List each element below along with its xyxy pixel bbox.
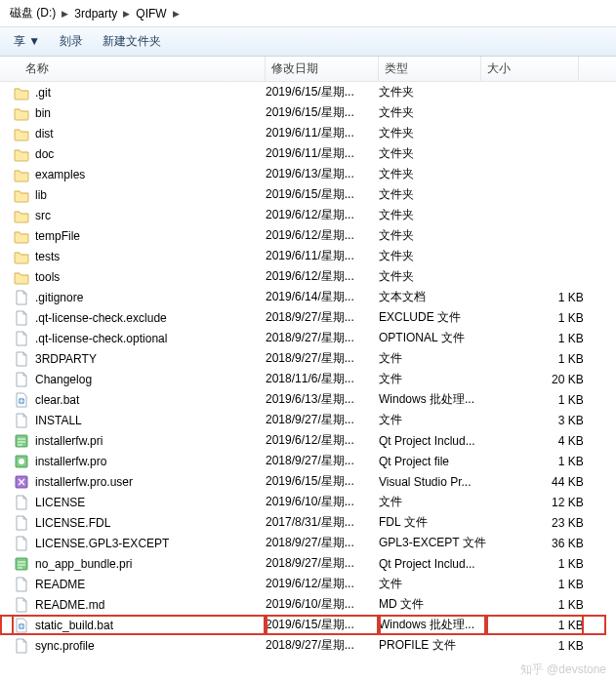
file-date: 2019/6/11/星期... [266, 246, 379, 266]
table-row[interactable]: Changelog2018/11/6/星期...文件20 KB [0, 369, 616, 389]
table-row[interactable]: examples2019/6/13/星期...文件夹 [0, 164, 616, 184]
file-date: 2019/6/10/星期... [266, 492, 379, 512]
new-folder-button[interactable]: 新建文件夹 [93, 29, 171, 54]
pro-icon [14, 454, 29, 469]
file-type: 文件 [379, 410, 486, 430]
table-row[interactable]: .git2019/6/15/星期...文件夹 [0, 82, 616, 102]
file-date: 2017/8/31/星期... [266, 512, 379, 533]
file-name: README [35, 578, 85, 591]
bat-icon [14, 392, 29, 408]
file-date: 2019/6/12/星期... [266, 430, 379, 451]
table-row[interactable]: installerfw.pri2019/6/12/星期...Qt Project… [0, 430, 616, 451]
folder-icon [14, 228, 29, 244]
file-type: 文件夹 [379, 225, 486, 246]
file-size [486, 205, 584, 225]
table-row[interactable]: .gitignore2019/6/14/星期...文本文档1 KB [0, 287, 616, 307]
file-size: 1 KB [486, 348, 584, 369]
table-row[interactable]: dist2019/6/11/星期...文件夹 [0, 123, 616, 143]
burn-button[interactable]: 刻录 [50, 29, 93, 54]
file-date: 2019/6/11/星期... [266, 143, 379, 164]
col-header-type[interactable]: 类型 [379, 57, 481, 81]
table-row[interactable]: installerfw.pro2018/9/27/星期...Qt Project… [0, 451, 616, 471]
table-row[interactable]: installerfw.pro.user2019/6/15/星期...Visua… [0, 471, 616, 492]
table-row[interactable]: sync.profile2018/9/27/星期...PROFILE 文件1 K… [0, 635, 616, 656]
burn-label: 刻录 [60, 33, 83, 50]
table-row[interactable]: 3RDPARTY2018/9/27/星期...文件1 KB [0, 348, 616, 369]
share-label: 享 ▼ [14, 33, 40, 50]
breadcrumb-seg-qifw[interactable]: QIFW [132, 5, 170, 22]
table-row[interactable]: bin2019/6/15/星期...文件夹 [0, 102, 616, 123]
file-size: 1 KB [486, 574, 584, 594]
file-name: tools [35, 270, 60, 284]
share-button[interactable]: 享 ▼ [4, 29, 50, 54]
file-date: 2019/6/12/星期... [266, 266, 379, 287]
col-header-size[interactable]: 大小 [481, 57, 579, 81]
file-name: static_build.bat [35, 619, 113, 632]
table-row[interactable]: tempFile2019/6/12/星期...文件夹 [0, 225, 616, 246]
file-type: Visual Studio Pr... [379, 471, 486, 492]
file-type: GPL3-EXCEPT 文件 [379, 533, 486, 553]
table-row[interactable]: LICENSE.FDL2017/8/31/星期...FDL 文件23 KB [0, 512, 616, 533]
new-folder-label: 新建文件夹 [103, 33, 161, 50]
table-row[interactable]: doc2019/6/11/星期...文件夹 [0, 143, 616, 164]
file-icon [14, 310, 29, 326]
file-icon [14, 351, 29, 367]
file-type: 文件 [379, 348, 486, 369]
table-row[interactable]: LICENSE.GPL3-EXCEPT2018/9/27/星期...GPL3-E… [0, 533, 616, 553]
chevron-right-icon: ▶ [171, 9, 182, 19]
file-name: .gitignore [35, 291, 83, 304]
folder-icon [14, 105, 29, 121]
table-row[interactable]: .qt-license-check.exclude2018/9/27/星期...… [0, 307, 616, 328]
breadcrumb-seg-3rdparty[interactable]: 3rdparty [70, 5, 121, 22]
toolbar: 享 ▼ 刻录 新建文件夹 [0, 27, 616, 57]
file-size: 1 KB [486, 287, 584, 307]
table-row[interactable]: README2019/6/12/星期...文件1 KB [0, 574, 616, 594]
file-size: 20 KB [486, 369, 584, 389]
file-size [486, 266, 584, 287]
file-type: 文件夹 [379, 205, 486, 225]
file-name: 3RDPARTY [35, 352, 97, 366]
table-row[interactable]: static_build.bat2019/6/15/星期...Windows 批… [0, 615, 616, 635]
file-name: examples [35, 168, 85, 181]
file-type: 文件夹 [379, 184, 486, 205]
chevron-right-icon: ▶ [60, 9, 70, 19]
file-size: 44 KB [486, 471, 584, 492]
col-header-date[interactable]: 修改日期 [266, 57, 379, 81]
file-size: 1 KB [486, 389, 584, 410]
file-type: 文件夹 [379, 143, 486, 164]
file-name: installerfw.pro.user [35, 475, 133, 489]
file-date: 2019/6/10/星期... [266, 594, 379, 615]
table-row[interactable]: tools2019/6/12/星期...文件夹 [0, 266, 616, 287]
file-name: clear.bat [35, 393, 79, 407]
file-type: 文件夹 [379, 82, 486, 102]
table-row[interactable]: README.md2019/6/10/星期...MD 文件1 KB [0, 594, 616, 615]
table-row[interactable]: no_app_bundle.pri2018/9/27/星期...Qt Proje… [0, 553, 616, 574]
table-row[interactable]: .qt-license-check.optional2018/9/27/星期..… [0, 328, 616, 348]
file-name: no_app_bundle.pri [35, 557, 132, 571]
folder-icon [14, 167, 29, 182]
table-row[interactable]: clear.bat2019/6/13/星期...Windows 批处理...1 … [0, 389, 616, 410]
table-row[interactable]: src2019/6/12/星期...文件夹 [0, 205, 616, 225]
file-date: 2018/9/27/星期... [266, 348, 379, 369]
file-name: installerfw.pro [35, 455, 106, 468]
file-size: 1 KB [486, 615, 584, 635]
table-row[interactable]: LICENSE2019/6/10/星期...文件12 KB [0, 492, 616, 512]
breadcrumb-seg-drive[interactable]: 磁盘 (D:) [6, 3, 60, 23]
table-row[interactable]: tests2019/6/11/星期...文件夹 [0, 246, 616, 266]
file-size [486, 246, 584, 266]
file-size [486, 102, 584, 123]
file-size [486, 143, 584, 164]
file-type: 文件夹 [379, 164, 486, 184]
table-row[interactable]: lib2019/6/15/星期...文件夹 [0, 184, 616, 205]
table-row[interactable]: INSTALL2018/9/27/星期...文件3 KB [0, 410, 616, 430]
breadcrumb[interactable]: 磁盘 (D:) ▶ 3rdparty ▶ QIFW ▶ [0, 0, 616, 27]
col-header-name[interactable]: 名称 [0, 57, 266, 81]
folder-icon [14, 208, 29, 223]
file-name: doc [35, 147, 54, 161]
file-type: Windows 批处理... [379, 615, 486, 635]
file-date: 2019/6/11/星期... [266, 123, 379, 143]
file-type: OPTIONAL 文件 [379, 328, 486, 348]
file-date: 2018/9/27/星期... [266, 410, 379, 430]
file-name: Changelog [35, 373, 92, 386]
bat-icon [14, 618, 29, 633]
